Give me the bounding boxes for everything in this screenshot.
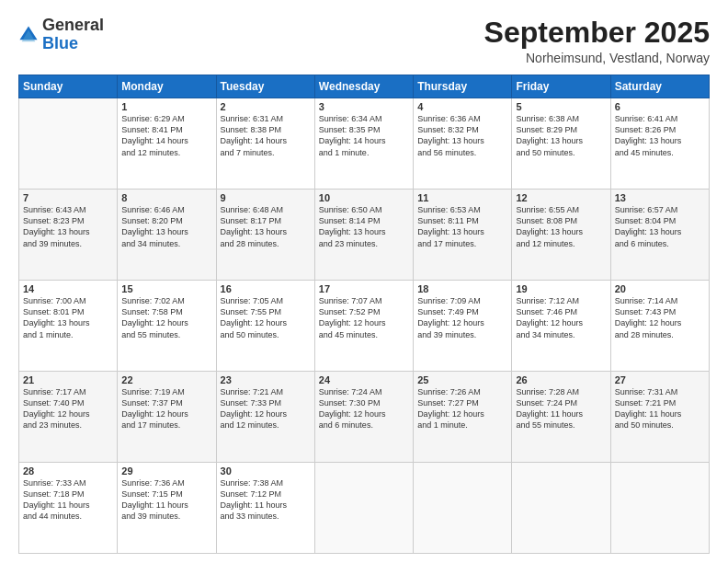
cell-content: Sunrise: 7:12 AM Sunset: 7:46 PM Dayligh… <box>516 295 606 340</box>
cell-content: Sunrise: 7:28 AM Sunset: 7:24 PM Dayligh… <box>516 386 606 431</box>
day-number: 16 <box>221 283 311 294</box>
cell-content: Sunrise: 6:38 AM Sunset: 8:29 PM Dayligh… <box>516 113 606 158</box>
day-number: 25 <box>417 374 507 385</box>
calendar-week-row: 7Sunrise: 6:43 AM Sunset: 8:23 PM Daylig… <box>19 190 710 281</box>
calendar-week-row: 14Sunrise: 7:00 AM Sunset: 8:01 PM Dayli… <box>19 281 710 372</box>
logo-blue: Blue <box>42 34 78 52</box>
calendar-day-header: Saturday <box>610 75 709 98</box>
cell-content: Sunrise: 7:24 AM Sunset: 7:30 PM Dayligh… <box>319 386 409 431</box>
calendar-cell: 11Sunrise: 6:53 AM Sunset: 8:11 PM Dayli… <box>414 190 512 281</box>
calendar-cell: 26Sunrise: 7:28 AM Sunset: 7:24 PM Dayli… <box>512 372 610 463</box>
calendar-cell: 21Sunrise: 7:17 AM Sunset: 7:40 PM Dayli… <box>19 372 118 463</box>
day-number: 28 <box>23 465 113 477</box>
calendar-cell: 13Sunrise: 6:57 AM Sunset: 8:04 PM Dayli… <box>610 190 709 281</box>
calendar-cell: 25Sunrise: 7:26 AM Sunset: 7:27 PM Dayli… <box>414 372 512 463</box>
cell-content: Sunrise: 7:02 AM Sunset: 7:58 PM Dayligh… <box>121 295 211 340</box>
calendar-cell: 23Sunrise: 7:21 AM Sunset: 7:33 PM Dayli… <box>216 372 314 463</box>
cell-content: Sunrise: 7:19 AM Sunset: 7:37 PM Dayligh… <box>121 386 211 431</box>
cell-content: Sunrise: 7:14 AM Sunset: 7:43 PM Dayligh… <box>615 295 705 340</box>
cell-content: Sunrise: 6:53 AM Sunset: 8:11 PM Dayligh… <box>417 204 507 249</box>
calendar-cell: 18Sunrise: 7:09 AM Sunset: 7:49 PM Dayli… <box>414 281 512 372</box>
cell-content: Sunrise: 7:00 AM Sunset: 8:01 PM Dayligh… <box>23 295 113 340</box>
calendar-cell: 16Sunrise: 7:05 AM Sunset: 7:55 PM Dayli… <box>216 281 314 372</box>
calendar-cell: 5Sunrise: 6:38 AM Sunset: 8:29 PM Daylig… <box>512 98 610 190</box>
day-number: 11 <box>417 192 507 203</box>
cell-content: Sunrise: 6:57 AM Sunset: 8:04 PM Dayligh… <box>615 204 705 249</box>
calendar-cell <box>610 463 709 554</box>
day-number: 27 <box>615 374 705 385</box>
day-number: 21 <box>23 374 113 385</box>
day-number: 15 <box>121 283 211 294</box>
cell-content: Sunrise: 7:21 AM Sunset: 7:33 PM Dayligh… <box>221 386 311 431</box>
logo-icon <box>18 25 39 45</box>
cell-content: Sunrise: 7:31 AM Sunset: 7:21 PM Dayligh… <box>615 386 705 431</box>
day-number: 4 <box>417 101 507 112</box>
calendar-cell: 28Sunrise: 7:33 AM Sunset: 7:18 PM Dayli… <box>19 463 118 554</box>
cell-content: Sunrise: 6:55 AM Sunset: 8:08 PM Dayligh… <box>516 204 606 249</box>
cell-content: Sunrise: 6:36 AM Sunset: 8:32 PM Dayligh… <box>417 113 507 158</box>
logo-text: General Blue <box>42 17 104 53</box>
logo: General Blue <box>18 17 104 53</box>
day-number: 6 <box>615 101 705 112</box>
calendar-cell: 6Sunrise: 6:41 AM Sunset: 8:26 PM Daylig… <box>610 98 709 190</box>
day-number: 1 <box>121 101 211 112</box>
cell-content: Sunrise: 6:43 AM Sunset: 8:23 PM Dayligh… <box>23 204 113 249</box>
calendar-cell: 19Sunrise: 7:12 AM Sunset: 7:46 PM Dayli… <box>512 281 610 372</box>
calendar-cell: 2Sunrise: 6:31 AM Sunset: 8:38 PM Daylig… <box>216 98 314 190</box>
calendar-cell <box>414 463 512 554</box>
calendar-cell: 14Sunrise: 7:00 AM Sunset: 8:01 PM Dayli… <box>19 281 118 372</box>
day-number: 23 <box>221 374 311 385</box>
day-number: 29 <box>121 465 211 477</box>
cell-content: Sunrise: 6:41 AM Sunset: 8:26 PM Dayligh… <box>615 113 705 158</box>
cell-content: Sunrise: 6:50 AM Sunset: 8:14 PM Dayligh… <box>319 204 409 249</box>
calendar-day-header: Thursday <box>414 75 512 98</box>
day-number: 8 <box>121 192 211 203</box>
logo-general: General <box>42 16 104 34</box>
calendar-day-header: Wednesday <box>314 75 413 98</box>
day-number: 17 <box>319 283 409 294</box>
day-number: 24 <box>319 374 409 385</box>
cell-content: Sunrise: 6:29 AM Sunset: 8:41 PM Dayligh… <box>121 113 211 158</box>
day-number: 5 <box>516 101 606 112</box>
cell-content: Sunrise: 7:07 AM Sunset: 7:52 PM Dayligh… <box>319 295 409 340</box>
calendar-cell: 29Sunrise: 7:36 AM Sunset: 7:15 PM Dayli… <box>118 463 216 554</box>
cell-content: Sunrise: 7:17 AM Sunset: 7:40 PM Dayligh… <box>23 386 113 431</box>
calendar-week-row: 1Sunrise: 6:29 AM Sunset: 8:41 PM Daylig… <box>19 98 710 190</box>
cell-content: Sunrise: 7:09 AM Sunset: 7:49 PM Dayligh… <box>417 295 507 340</box>
calendar-cell: 24Sunrise: 7:24 AM Sunset: 7:30 PM Dayli… <box>314 372 413 463</box>
calendar-cell: 1Sunrise: 6:29 AM Sunset: 8:41 PM Daylig… <box>118 98 216 190</box>
calendar-day-header: Monday <box>118 75 216 98</box>
day-number: 7 <box>23 192 113 203</box>
page: General Blue September 2025 Norheimsund,… <box>0 0 728 563</box>
cell-content: Sunrise: 7:33 AM Sunset: 7:18 PM Dayligh… <box>23 477 113 523</box>
calendar-cell: 27Sunrise: 7:31 AM Sunset: 7:21 PM Dayli… <box>610 372 709 463</box>
calendar: SundayMondayTuesdayWednesdayThursdayFrid… <box>18 75 710 554</box>
calendar-cell: 12Sunrise: 6:55 AM Sunset: 8:08 PM Dayli… <box>512 190 610 281</box>
calendar-cell: 20Sunrise: 7:14 AM Sunset: 7:43 PM Dayli… <box>610 281 709 372</box>
calendar-cell <box>512 463 610 554</box>
day-number: 20 <box>615 283 705 294</box>
cell-content: Sunrise: 6:34 AM Sunset: 8:35 PM Dayligh… <box>319 113 409 158</box>
day-number: 22 <box>121 374 211 385</box>
cell-content: Sunrise: 7:26 AM Sunset: 7:27 PM Dayligh… <box>417 386 507 431</box>
day-number: 26 <box>516 374 606 385</box>
calendar-week-row: 21Sunrise: 7:17 AM Sunset: 7:40 PM Dayli… <box>19 372 710 463</box>
calendar-week-row: 28Sunrise: 7:33 AM Sunset: 7:18 PM Dayli… <box>19 463 710 554</box>
header: General Blue September 2025 Norheimsund,… <box>18 17 710 65</box>
cell-content: Sunrise: 7:36 AM Sunset: 7:15 PM Dayligh… <box>121 477 211 523</box>
day-number: 19 <box>516 283 606 294</box>
day-number: 13 <box>615 192 705 203</box>
day-number: 14 <box>23 283 113 294</box>
calendar-cell: 17Sunrise: 7:07 AM Sunset: 7:52 PM Dayli… <box>314 281 413 372</box>
calendar-cell: 7Sunrise: 6:43 AM Sunset: 8:23 PM Daylig… <box>19 190 118 281</box>
title-block: September 2025 Norheimsund, Vestland, No… <box>484 17 710 65</box>
day-number: 12 <box>516 192 606 203</box>
calendar-cell: 8Sunrise: 6:46 AM Sunset: 8:20 PM Daylig… <box>118 190 216 281</box>
calendar-day-header: Tuesday <box>216 75 314 98</box>
calendar-cell: 10Sunrise: 6:50 AM Sunset: 8:14 PM Dayli… <box>314 190 413 281</box>
day-number: 9 <box>221 192 311 203</box>
day-number: 10 <box>319 192 409 203</box>
month-title: September 2025 <box>484 17 710 49</box>
calendar-cell: 3Sunrise: 6:34 AM Sunset: 8:35 PM Daylig… <box>314 98 413 190</box>
calendar-cell: 4Sunrise: 6:36 AM Sunset: 8:32 PM Daylig… <box>414 98 512 190</box>
